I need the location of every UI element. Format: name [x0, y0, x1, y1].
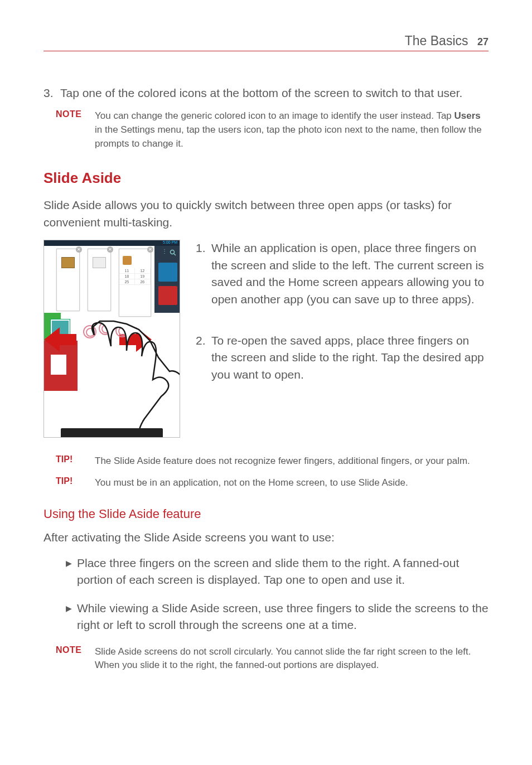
- cal-cell: 26: [134, 279, 150, 285]
- videos-icon: [158, 263, 177, 282]
- bullet-arrow-icon: ▶: [66, 600, 77, 634]
- photo-icon: [93, 257, 106, 268]
- manual-page: The Basics 27 3. Tap one of the colored …: [0, 0, 532, 714]
- heading-slide-aside: Slide Aside: [43, 170, 489, 187]
- calendar-icon: [123, 256, 132, 265]
- bullet-text: Place three fingers on the screen and sl…: [77, 555, 489, 589]
- tip-label: TIP!: [56, 454, 95, 468]
- page-header: The Basics 27: [43, 33, 489, 51]
- step-text: While an application is open, place thre…: [211, 240, 489, 308]
- note-body: You can change the generic colored icon …: [95, 109, 489, 151]
- bullet-1: ▶ Place three fingers on the screen and …: [43, 555, 489, 589]
- slide-aside-illustration: 5:00 PM ⋮ ✕ ✕ ✕ 1112: [43, 240, 180, 438]
- bullet-2: ▶ While viewing a Slide Aside screen, us…: [43, 600, 489, 634]
- note-label: NOTE: [56, 109, 95, 151]
- after-activating-text: After activating the Slide Aside screens…: [43, 529, 489, 546]
- cal-cell: 25: [119, 279, 134, 285]
- search-icon: [170, 248, 176, 258]
- step-number: 2.: [196, 332, 211, 383]
- statusbar: [44, 240, 180, 246]
- svg-line-1: [174, 254, 176, 255]
- youtube-icon: [158, 286, 177, 305]
- svg-point-0: [171, 250, 175, 254]
- note-label: NOTE: [56, 645, 95, 672]
- folder-icon: [61, 257, 75, 268]
- heading-using-feature: Using the Slide Aside feature: [43, 507, 489, 521]
- step-3: 3. Tap one of the colored icons at the b…: [43, 85, 489, 101]
- note-text-post: in the Settings menu, tap the users icon…: [95, 124, 482, 149]
- cal-cell: 18: [119, 274, 134, 279]
- tip-1: TIP! The Slide Aside feature does not re…: [43, 454, 489, 468]
- note-1: NOTE You can change the generic colored …: [43, 109, 489, 151]
- document-icon: [51, 355, 66, 375]
- hand-icon: [78, 318, 180, 438]
- intro-bold: Slide Aside: [43, 198, 101, 211]
- android-nav-bar: [61, 428, 163, 437]
- cal-cell: 11: [119, 268, 134, 274]
- menu-icon: ⋮: [162, 248, 167, 254]
- saved-card-1: ✕: [56, 249, 80, 311]
- page-number: 27: [477, 36, 489, 47]
- saved-card-2: ✕: [88, 249, 111, 311]
- close-icon: ✕: [76, 246, 82, 253]
- intro-rest: allows you to quickly switch between thr…: [43, 198, 452, 228]
- step-number: 3.: [43, 85, 60, 101]
- status-time: 5:00 PM: [163, 240, 177, 244]
- section-title: The Basics: [405, 33, 468, 48]
- note-2: NOTE Slide Aside screens do not scroll c…: [43, 645, 489, 672]
- bullet-text: While viewing a Slide Aside screen, use …: [77, 600, 489, 634]
- step-1: 1. While an application is open, place t…: [196, 240, 489, 308]
- close-icon: ✕: [147, 246, 153, 253]
- tip-text: You must be in an application, not on th…: [95, 476, 408, 490]
- note-text: Slide Aside screens do not scroll circul…: [95, 645, 489, 672]
- tip-label: TIP!: [56, 476, 95, 490]
- saved-card-3: ✕ 1112 1819 2526: [119, 249, 151, 317]
- close-icon: ✕: [107, 246, 113, 253]
- note-bold-users: Users: [454, 110, 481, 121]
- cal-cell: 12: [134, 268, 150, 274]
- ordered-steps: 1. While an application is open, place t…: [196, 240, 489, 438]
- tip-text: The Slide Aside feature does not recogni…: [95, 454, 470, 468]
- cal-cell: 19: [134, 274, 150, 279]
- tip-2: TIP! You must be in an application, not …: [43, 476, 489, 490]
- note-text-pre: You can change the generic colored icon …: [95, 110, 454, 121]
- step-number: 1.: [196, 240, 211, 308]
- step-2: 2. To re-open the saved apps, place thre…: [196, 332, 489, 383]
- bullet-arrow-icon: ▶: [66, 555, 77, 589]
- calendar-grid: 1112 1819 2526: [119, 268, 151, 285]
- intro-paragraph: Slide Aside allows you to quickly switch…: [43, 197, 489, 231]
- figure-and-steps: 5:00 PM ⋮ ✕ ✕ ✕ 1112: [43, 240, 489, 438]
- step-text: To re-open the saved apps, place three f…: [211, 332, 489, 383]
- arrow-left-icon: [44, 327, 60, 352]
- step-text: Tap one of the colored icons at the bott…: [60, 85, 462, 101]
